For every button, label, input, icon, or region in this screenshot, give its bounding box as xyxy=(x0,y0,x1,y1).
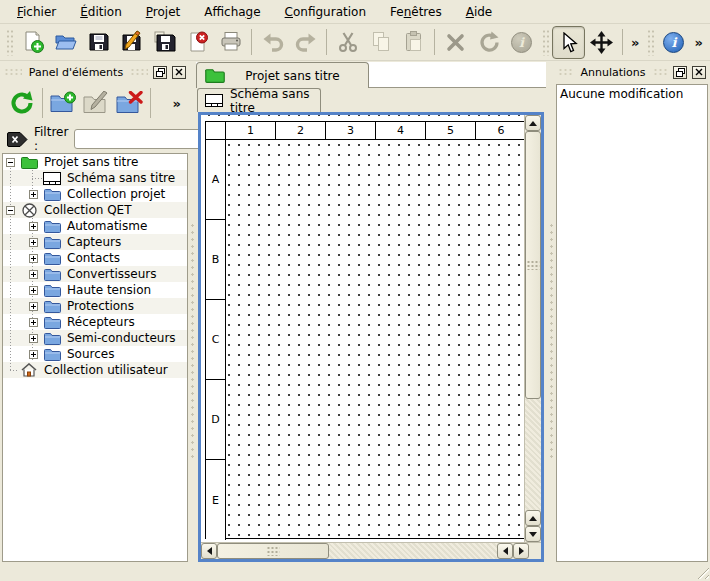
tree-item-semi-conducteurs[interactable]: Semi-conducteurs xyxy=(3,330,187,346)
menu-edition[interactable]: Édition xyxy=(71,1,131,23)
status-bar xyxy=(0,562,710,581)
print-button[interactable] xyxy=(214,26,247,59)
select-tool-button[interactable] xyxy=(552,26,585,59)
open-button[interactable] xyxy=(49,26,82,59)
tree-item-recepteurs[interactable]: Récepteurs xyxy=(3,314,187,330)
tree-item-projet-sans-titre[interactable]: Projet sans titre xyxy=(3,154,187,170)
vertical-scroll-thumb[interactable] xyxy=(525,131,541,399)
horizontal-scrollbar[interactable] xyxy=(201,542,541,559)
close-document-button[interactable] xyxy=(181,26,214,59)
undo-list-item[interactable]: Aucune modification xyxy=(557,85,707,102)
expand-expander-icon[interactable] xyxy=(29,286,38,295)
expand-expander-icon[interactable] xyxy=(29,238,38,247)
toolbar-overflow-button[interactable]: » xyxy=(690,35,706,50)
folder-icon xyxy=(43,283,61,297)
menu-bar: Fichier Édition Projet Affichage Configu… xyxy=(0,0,710,24)
resize-grip[interactable] xyxy=(694,564,709,579)
schema-canvas[interactable]: 1 2 3 4 5 6 A B C D E xyxy=(201,115,524,542)
menu-fenetres[interactable]: Fenêtres xyxy=(381,1,451,23)
elements-panel-title-bar[interactable]: Panel d'éléments xyxy=(2,63,188,81)
collapse-expander-icon[interactable] xyxy=(6,158,15,167)
expand-expander-icon[interactable] xyxy=(29,302,38,311)
tree-item-contacts[interactable]: Contacts xyxy=(3,250,187,266)
undo-panel-title-bar[interactable]: Annulations xyxy=(556,63,708,81)
right-splitter-handle[interactable] xyxy=(549,222,554,460)
left-arrow-icon xyxy=(503,547,508,555)
delete-button xyxy=(439,26,472,59)
tree-item-haute-tension[interactable]: Haute tension xyxy=(3,282,187,298)
edit-category-icon xyxy=(83,91,110,115)
panel-toolbar-overflow-button[interactable]: » xyxy=(169,96,185,111)
toolbar-separator xyxy=(251,29,252,55)
move-tool-button[interactable] xyxy=(585,26,618,59)
new-document-button[interactable] xyxy=(16,26,49,59)
expand-expander-icon[interactable] xyxy=(29,190,38,199)
close-panel-button[interactable] xyxy=(692,66,706,79)
expand-expander-icon[interactable] xyxy=(29,318,38,327)
down-arrow-icon xyxy=(529,532,537,537)
tree-item-collection-qet[interactable]: Collection QET xyxy=(3,202,187,218)
scrollbar-corner xyxy=(529,543,541,559)
save-button[interactable] xyxy=(82,26,115,59)
menu-projet[interactable]: Projet xyxy=(137,1,189,23)
tree-item-capteurs[interactable]: Capteurs xyxy=(3,234,187,250)
collapse-expander-icon[interactable] xyxy=(6,206,15,215)
expand-expander-icon[interactable] xyxy=(29,270,38,279)
undo-panel-title: Annulations xyxy=(578,66,647,79)
menu-affichage[interactable]: Affichage xyxy=(195,1,269,23)
scroll-up-button[interactable] xyxy=(525,510,541,526)
toolbar-handle[interactable] xyxy=(541,28,549,56)
scroll-right-button[interactable] xyxy=(513,543,529,559)
scroll-left-button[interactable] xyxy=(497,543,513,559)
expand-expander-icon[interactable] xyxy=(29,222,38,231)
toolbar-separator xyxy=(622,29,623,55)
expand-expander-icon[interactable] xyxy=(29,350,38,359)
expand-expander-icon[interactable] xyxy=(29,334,38,343)
tree-item-convertisseurs[interactable]: Convertisseurs xyxy=(3,266,187,282)
copy-icon xyxy=(369,30,393,54)
float-panel-button[interactable] xyxy=(153,66,167,79)
delete-category-button[interactable] xyxy=(113,85,146,121)
menu-aide[interactable]: Aide xyxy=(457,1,502,23)
horizontal-scroll-thumb[interactable] xyxy=(217,543,329,559)
tab-projet-sans-titre[interactable]: Projet sans titre xyxy=(196,62,369,88)
toolbar-handle[interactable] xyxy=(5,28,13,56)
save-as-button[interactable] xyxy=(115,26,148,59)
toolbar-overflow-button[interactable]: » xyxy=(627,35,643,50)
new-category-button[interactable] xyxy=(47,85,80,121)
tree-guide-line xyxy=(32,178,43,179)
undo-panel: Annulations Aucune modification xyxy=(556,63,708,562)
rotate-button xyxy=(472,26,505,59)
save-all-button[interactable] xyxy=(148,26,181,59)
undo-history-list[interactable]: Aucune modification xyxy=(556,84,708,562)
elements-tree[interactable]: Projet sans titre Schéma sans titre Coll… xyxy=(2,153,188,562)
horizontal-scroll-track[interactable] xyxy=(329,543,497,559)
reload-collections-button[interactable] xyxy=(5,85,38,121)
properties-icon: i xyxy=(511,32,532,53)
vertical-scrollbar[interactable] xyxy=(524,115,541,542)
tree-item-sources[interactable]: Sources xyxy=(3,346,187,362)
folder-icon xyxy=(43,235,61,249)
dock-title-texture xyxy=(653,68,668,77)
menu-fichier[interactable]: Fichier xyxy=(8,1,65,23)
menu-configuration[interactable]: Configuration xyxy=(276,1,375,23)
tree-item-schema-sans-titre[interactable]: Schéma sans titre xyxy=(3,170,187,186)
new-category-icon xyxy=(50,91,77,115)
vertical-scroll-track[interactable] xyxy=(525,399,541,510)
filter-label: Filtrer : xyxy=(34,125,68,153)
left-splitter-handle[interactable] xyxy=(190,222,195,460)
scroll-left-button[interactable] xyxy=(201,543,217,559)
close-panel-button[interactable] xyxy=(172,66,186,79)
tab-schema-sans-titre[interactable]: Schéma sans titre xyxy=(197,88,321,112)
expand-expander-icon[interactable] xyxy=(29,254,38,263)
float-panel-button[interactable] xyxy=(673,66,687,79)
scroll-up-button[interactable] xyxy=(525,115,541,131)
clear-filter-button[interactable] xyxy=(7,131,28,148)
toolbar-handle[interactable] xyxy=(646,28,654,56)
tree-item-collection-projet[interactable]: Collection projet xyxy=(3,186,187,202)
tree-item-automatisme[interactable]: Automatisme xyxy=(3,218,187,234)
tree-item-collection-utilisateur[interactable]: Collection utilisateur xyxy=(3,362,187,378)
info-button[interactable]: i xyxy=(657,26,690,59)
tree-item-protections[interactable]: Protections xyxy=(3,298,187,314)
scroll-down-button[interactable] xyxy=(525,526,541,542)
